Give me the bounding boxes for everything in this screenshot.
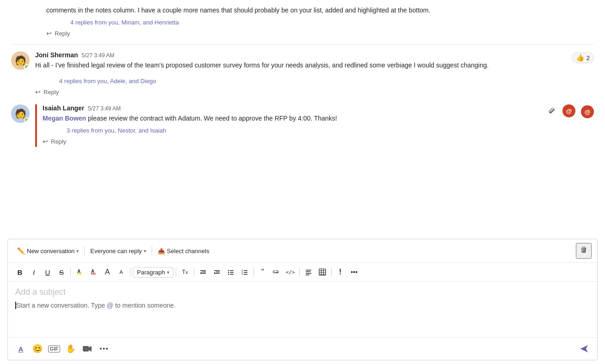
delete-compose-button[interactable] bbox=[576, 243, 592, 259]
clear-formatting-button[interactable]: Tx bbox=[179, 266, 191, 279]
toolbar-sep-2 bbox=[152, 246, 152, 255]
meet-now-button[interactable] bbox=[80, 341, 95, 356]
svg-rect-16 bbox=[306, 270, 311, 271]
joni-replies-link[interactable]: 4 replies from you, Adele, and Diego bbox=[59, 78, 594, 85]
quote-button[interactable]: " bbox=[256, 266, 269, 279]
format-text-footer-button[interactable]: A bbox=[13, 341, 28, 356]
compose-area: ✏️ New conversation ▾ Everyone can reply… bbox=[7, 239, 598, 360]
svg-rect-15 bbox=[244, 274, 247, 275]
isaiah-message-text: Megan Bowen please review the contract w… bbox=[43, 114, 575, 123]
reply-label-first[interactable]: Reply bbox=[55, 30, 70, 37]
svg-text:A: A bbox=[91, 269, 94, 274]
isaiah-reply-action[interactable]: ↩ Reply bbox=[43, 136, 575, 147]
avatar-status-joni bbox=[24, 64, 30, 70]
joni-message-time: 5/27 3:49 AM bbox=[82, 52, 115, 59]
gif-button[interactable]: GIF bbox=[47, 341, 62, 356]
svg-text:A: A bbox=[77, 269, 80, 274]
svg-rect-18 bbox=[306, 273, 311, 274]
isaiah-reply-label[interactable]: Reply bbox=[51, 138, 66, 145]
isaiah-reply-arrow-icon: ↩ bbox=[43, 138, 48, 145]
more-footer-button[interactable]: ••• bbox=[97, 341, 111, 356]
isaiah-sender-name: Isaiah Langer bbox=[43, 104, 84, 112]
svg-rect-26 bbox=[83, 346, 89, 352]
avatar-figure-joni: 🧑 bbox=[15, 55, 26, 66]
format-text-icon: A bbox=[19, 345, 24, 353]
highlight-button[interactable]: A bbox=[73, 266, 86, 279]
replies-link-first[interactable]: 4 replies from you, Miriam, and Henriett… bbox=[70, 19, 583, 26]
spacer bbox=[11, 147, 594, 152]
svg-rect-9 bbox=[230, 274, 234, 275]
table-button[interactable] bbox=[316, 266, 329, 279]
bold-button[interactable]: B bbox=[13, 266, 26, 279]
priority-button[interactable]: ! bbox=[334, 266, 347, 279]
subject-line[interactable]: Add a subject bbox=[15, 287, 590, 297]
strikethrough-button[interactable]: S bbox=[55, 266, 68, 279]
outdent-button[interactable] bbox=[197, 266, 210, 279]
emoji-button[interactable]: 😊 bbox=[30, 341, 45, 356]
joni-message-text: Hi all - I've finished legal review of t… bbox=[35, 61, 594, 70]
at-icon-right-col: @ bbox=[575, 104, 594, 147]
attachment-icon[interactable] bbox=[546, 104, 559, 117]
formatting-toolbar: B I U S A A A A Paragraph ▾ bbox=[8, 263, 597, 282]
messages-area: comments in the notes column. I have a c… bbox=[0, 0, 605, 235]
at-symbol: @ bbox=[107, 302, 113, 309]
megan-mention[interactable]: Megan Bowen bbox=[43, 115, 86, 122]
send-button[interactable] bbox=[577, 341, 592, 356]
svg-rect-19 bbox=[306, 275, 309, 276]
align-button[interactable] bbox=[302, 266, 315, 279]
bullet-list-button[interactable] bbox=[224, 266, 237, 279]
more-formatting-button[interactable]: ••• bbox=[348, 266, 361, 279]
sticker-button[interactable]: ✋ bbox=[63, 341, 78, 356]
isaiah-outer-block: 🧑 Isaiah Langer 5/27 3:49 AM Megan Bowen… bbox=[11, 98, 594, 147]
paragraph-dropdown[interactable]: Paragraph ▾ bbox=[133, 267, 173, 278]
svg-text:3.: 3. bbox=[241, 273, 243, 275]
new-conversation-button[interactable]: ✏️ New conversation ▾ bbox=[13, 245, 82, 256]
joni-reply-arrow-icon: ↩ bbox=[35, 88, 41, 96]
compose-footer: A 😊 GIF ✋ ••• bbox=[8, 337, 597, 360]
underline-button[interactable]: U bbox=[41, 266, 54, 279]
avatar-joni: 🧑 bbox=[11, 51, 30, 70]
joni-reaction-count: 2 bbox=[586, 55, 590, 61]
body-placeholder-text: Start a new conversation. Type bbox=[16, 302, 107, 309]
isaiah-text-after-mention: please review the contract with Adatum. … bbox=[86, 115, 337, 122]
svg-point-6 bbox=[228, 274, 229, 275]
compose-body[interactable]: Add a subject Start a new conversation. … bbox=[8, 282, 597, 337]
isaiah-replies-container: 3 replies from you, Nestor, and Isaiah bbox=[43, 127, 575, 134]
joni-message-row: 🧑 Joni Sherman 5/27 3:49 AM Hi all - I'v… bbox=[11, 51, 594, 70]
avatar-status-inner-isaiah bbox=[25, 118, 29, 122]
link-button[interactable] bbox=[270, 266, 283, 279]
highlight-icon: A bbox=[76, 268, 83, 277]
isaiah-avatar-col: 🧑 bbox=[11, 104, 30, 147]
font-color-icon: A bbox=[90, 268, 97, 277]
fmt-sep-6 bbox=[299, 267, 300, 277]
isaiah-message-header: Isaiah Langer 5/27 3:49 AM bbox=[43, 104, 575, 112]
indent-button[interactable] bbox=[210, 266, 223, 279]
isaiah-message-time: 5/27 3:49 AM bbox=[88, 105, 121, 112]
code-button[interactable]: </> bbox=[284, 266, 297, 279]
select-channels-button[interactable]: 📤 Select channels bbox=[154, 246, 213, 256]
fmt-sep-1 bbox=[70, 267, 71, 277]
joni-reaction-badge[interactable]: 👍 2 bbox=[572, 52, 594, 63]
isaiah-replies-link[interactable]: 3 replies from you, Nestor, and Isaiah bbox=[67, 127, 575, 134]
joni-sender-name: Joni Sherman bbox=[35, 51, 78, 59]
font-color-button[interactable]: A bbox=[87, 266, 100, 279]
numbered-list-button[interactable]: 1.2.3. bbox=[238, 266, 251, 279]
at-mention-icon-right[interactable]: @ bbox=[581, 105, 594, 118]
fmt-sep-4 bbox=[194, 267, 194, 277]
avatar-isaiah: 🧑 bbox=[11, 104, 30, 123]
new-conversation-label: New conversation bbox=[27, 248, 74, 255]
everyone-can-reply-button[interactable]: Everyone can reply ▾ bbox=[86, 246, 149, 256]
joni-reply-action[interactable]: ↩ Reply bbox=[35, 86, 594, 97]
italic-button[interactable]: I bbox=[27, 266, 40, 279]
joni-reply-label[interactable]: Reply bbox=[43, 89, 59, 96]
reply-action-first[interactable]: ↩ Reply bbox=[46, 28, 583, 39]
partial-message-text: comments in the notes column. I have a c… bbox=[46, 6, 583, 15]
increase-font-button[interactable]: A bbox=[101, 266, 114, 279]
decrease-font-button[interactable]: A bbox=[115, 266, 128, 279]
body-placeholder[interactable]: Start a new conversation. Type @ to ment… bbox=[15, 301, 590, 310]
isaiah-message-actions: @ bbox=[546, 104, 575, 117]
at-mention-icon[interactable]: @ bbox=[562, 104, 575, 117]
thumbs-up-emoji: 👍 bbox=[576, 54, 585, 62]
fmt-sep-2 bbox=[130, 267, 130, 277]
everyone-can-reply-label: Everyone can reply bbox=[90, 248, 142, 255]
